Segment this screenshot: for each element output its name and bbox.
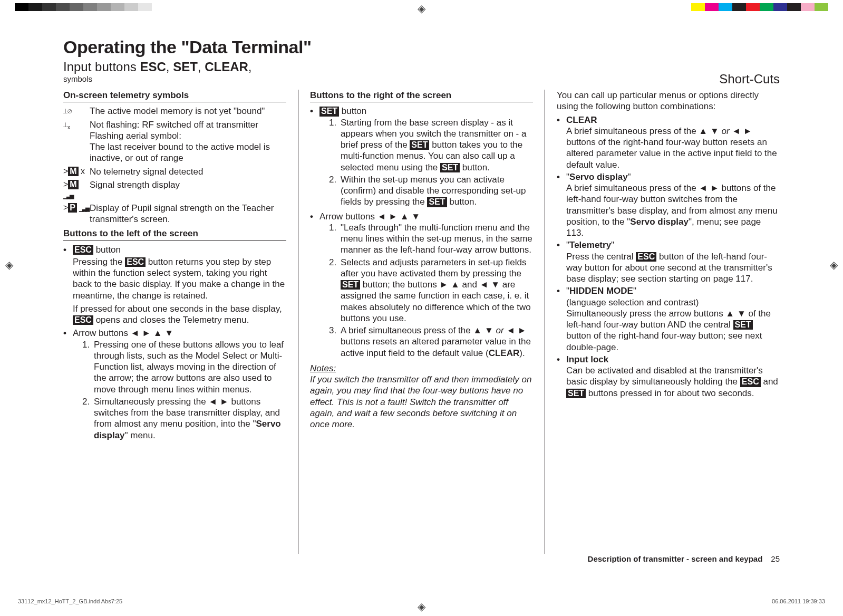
color-swatches	[691, 3, 828, 11]
bullet-item: • "HIDDEN MODE" (language selection and …	[557, 285, 780, 353]
bullet-item: • CLEAR A brief simultaneous press of th…	[557, 114, 780, 170]
arrow-buttons-label: Arrow buttons ◄ ► ▲ ▼	[319, 211, 533, 222]
gray-swatches	[15, 3, 152, 11]
symbol-row: ⟂x Not flashing: RF switched off at tran…	[63, 119, 286, 164]
section-buttons-left: Buttons to the left of the screen	[63, 228, 286, 240]
symbol-desc: The active model memory is not yet "boun…	[90, 105, 286, 117]
registration-mark-top: ◈	[418, 2, 425, 15]
section-buttons-right: Buttons to the right of the screen	[310, 90, 533, 102]
list-item: 2. Within the set-up menus you can activ…	[319, 174, 533, 208]
symbol-row: ⟂⊘ The active model memory is not yet "b…	[63, 105, 286, 117]
list-item: 2. Selects and adjusts parameters in set…	[319, 257, 533, 324]
set-badge: SET	[319, 107, 339, 116]
esc-badge: ESC	[73, 245, 93, 255]
page-subtitle: Input buttons ESC, SET, CLEAR,	[63, 60, 312, 74]
notes-body: If you switch the transmitter off and th…	[310, 374, 533, 430]
symbol-p-signal-icon: >P ▁▃▅	[63, 203, 90, 213]
clear-label: CLEAR	[566, 115, 597, 125]
page-subsubtitle: symbols	[63, 74, 312, 83]
page-content: Operating the "Data Terminal" Input butt…	[63, 37, 780, 584]
symbol-desc: Signal strength display	[90, 179, 286, 190]
symbol-row: >P ▁▃▅ Display of Pupil signal strength …	[63, 203, 286, 225]
section-onscreen-symbols: On-screen telemetry symbols	[63, 90, 286, 102]
bullet-item: • Input lock Can be activated and disabl…	[557, 354, 780, 399]
symbol-antenna-slash-icon: ⟂⊘	[63, 105, 90, 116]
list-item: 2. Simultaneously pressing the ◄ ► butto…	[73, 396, 286, 441]
shortcuts-title: Short-Cuts	[719, 72, 780, 86]
print-file: 33112_mx12_HoTT_2_GB.indd Abs7:25	[18, 598, 122, 604]
bullet-item: • "Telemetry" Press the central ESC butt…	[557, 239, 780, 284]
symbol-m-signal-icon: >M ▁▃▅	[63, 179, 90, 200]
symbol-desc: No telemetry signal detected	[90, 166, 286, 177]
symbol-row: >M ▁▃▅ Signal strength display	[63, 179, 286, 200]
page-number: 25	[771, 554, 780, 563]
shortcuts-intro: You can call up particular menus or opti…	[557, 90, 780, 112]
registration-mark-left: ◈	[5, 258, 13, 271]
column-right: You can call up particular menus or opti…	[545, 90, 780, 554]
symbol-m-x-icon: >M x	[63, 166, 90, 177]
bullet-item: • Arrow buttons ◄ ► ▲ ▼ 1. Pressing one …	[63, 328, 286, 442]
list-item: 1. Starting from the base screen display…	[319, 117, 533, 173]
bullet-item: • "Servo display" A brief simultaneous p…	[557, 171, 780, 239]
page-title: Operating the "Data Terminal"	[63, 37, 312, 57]
bullet-item: • SET button 1. Starting from the base s…	[310, 105, 533, 208]
notes-heading: Notes:	[310, 363, 336, 373]
print-date: 06.06.2011 19:39:33	[772, 598, 825, 604]
list-item: 1. Pressing one of these buttons allows …	[73, 339, 286, 395]
symbol-desc: Not flashing: RF switched off at transmi…	[90, 119, 286, 164]
bullet-item: • ESC button Pressing the ESC button ret…	[63, 244, 286, 326]
list-item: 1. "Leafs through" the multi-function me…	[319, 222, 533, 256]
print-footer: 33112_mx12_HoTT_2_GB.indd Abs7:25 06.06.…	[18, 598, 825, 604]
column-middle: Buttons to the right of the screen • SET…	[298, 90, 545, 554]
symbol-row: >M x No telemetry signal detected	[63, 166, 286, 177]
notes-block: Notes: If you switch the transmitter off…	[310, 363, 533, 430]
footer-description: Description of transmitter - screen and …	[588, 554, 780, 563]
symbol-antenna-x-icon: ⟂x	[63, 119, 90, 131]
list-item: 3. A brief simultaneous press of the ▲ ▼…	[319, 325, 533, 359]
bullet-item: • Arrow buttons ◄ ► ▲ ▼ 1. "Leafs throug…	[310, 211, 533, 360]
symbol-desc: Display of Pupil signal strength on the …	[90, 203, 286, 225]
inputlock-label: Input lock	[566, 354, 608, 364]
registration-mark-right: ◈	[830, 258, 838, 271]
arrow-buttons-label: Arrow buttons ◄ ► ▲ ▼	[73, 328, 286, 339]
column-left: On-screen telemetry symbols ⟂⊘ The activ…	[63, 90, 298, 554]
